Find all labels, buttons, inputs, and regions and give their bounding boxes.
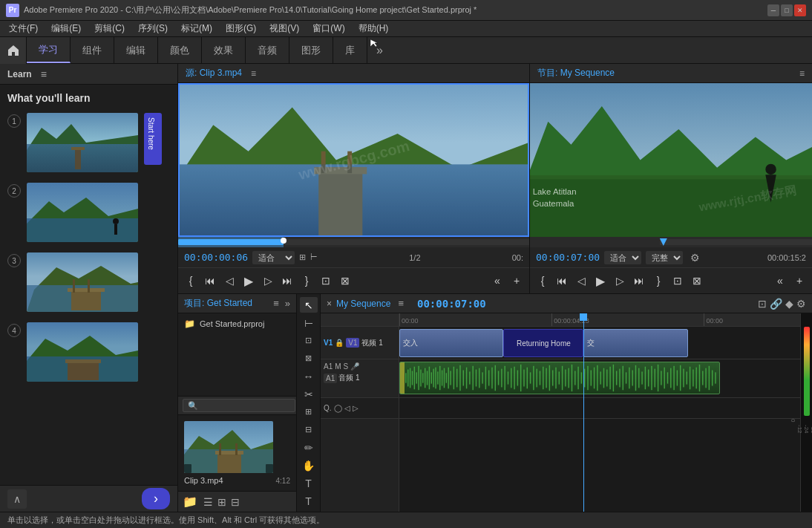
source-fit-icon[interactable]: ⊞: [299, 252, 306, 262]
program-full-select[interactable]: 完整: [646, 251, 683, 264]
pen-tool[interactable]: ✏: [300, 440, 318, 455]
timeline-timecode[interactable]: 00:00:07:00: [417, 298, 486, 310]
menu-file[interactable]: 文件(F): [3, 21, 44, 36]
a1-mute-button[interactable]: M: [335, 362, 341, 371]
menu-clip[interactable]: 剪辑(C): [88, 21, 131, 36]
hand-tool[interactable]: ✋: [300, 457, 318, 473]
title-clip[interactable]: Returning Home: [503, 329, 583, 357]
project-expand-icon[interactable]: »: [285, 298, 290, 309]
v1-visibility-toggle[interactable]: V1: [324, 339, 333, 347]
step-forward-button[interactable]: ⏭: [279, 273, 295, 289]
program-fit-select[interactable]: 适合: [604, 251, 641, 264]
prog-extra-l[interactable]: «: [772, 273, 788, 289]
icon-view-button[interactable]: ⊞: [217, 496, 226, 508]
menu-help[interactable]: 帮助(H): [353, 21, 395, 36]
ripple-tool[interactable]: ⊡: [300, 333, 318, 348]
type-tool[interactable]: T: [300, 493, 318, 509]
prog-lift[interactable]: ⊡: [669, 273, 686, 289]
v1-target-button[interactable]: V1: [346, 338, 359, 348]
rolling-tool[interactable]: ⊠: [300, 351, 318, 366]
program-settings-icon[interactable]: ⚙: [690, 252, 700, 264]
tab-color[interactable]: 颜色: [158, 37, 202, 63]
prog-play[interactable]: ▶: [592, 273, 609, 289]
overwrite-button[interactable]: ⊠: [337, 273, 353, 289]
a1-solo-button[interactable]: S: [344, 362, 349, 371]
back-frame-button[interactable]: ◁: [221, 273, 238, 289]
list-item[interactable]: 2: [7, 183, 170, 242]
video-clip-2[interactable]: 交: [583, 329, 687, 357]
source-timecode[interactable]: 00:00:00:06: [184, 252, 248, 263]
prog-mark-out[interactable]: }: [650, 273, 667, 289]
more-workspaces-button[interactable]: »: [367, 37, 392, 63]
next-item-button[interactable]: ›: [142, 488, 170, 509]
menu-edit[interactable]: 编辑(E): [45, 21, 87, 36]
tab-graphics[interactable]: 图形: [289, 37, 333, 63]
mark-in-button[interactable]: {: [183, 273, 199, 289]
prog-extra-r[interactable]: +: [791, 273, 808, 289]
freeform-button[interactable]: ⊟: [231, 496, 240, 508]
project-file-item[interactable]: 📁 Get Started.prproj: [181, 316, 293, 331]
source-extra-left[interactable]: «: [489, 273, 505, 289]
list-view-button[interactable]: ☰: [203, 496, 213, 508]
list-item[interactable]: 1: [7, 113, 170, 172]
add-marker-icon[interactable]: ◆: [785, 298, 793, 310]
program-monitor-menu[interactable]: ≡: [799, 68, 805, 79]
start-here-button[interactable]: Start here: [144, 113, 162, 165]
slip-tool[interactable]: ⊞: [300, 404, 318, 420]
a1-visibility-toggle[interactable]: A1: [324, 362, 333, 371]
source-fit-select[interactable]: 适合 25% 50% 100%: [252, 251, 295, 264]
linked-selection-icon[interactable]: 🔗: [770, 298, 782, 310]
play-button[interactable]: ▶: [240, 273, 257, 289]
menu-marker[interactable]: 标记(M): [175, 21, 218, 36]
timeline-settings-icon[interactable]: ⚙: [796, 298, 806, 310]
v1-lock-toggle[interactable]: 🔒: [335, 339, 344, 347]
project-panel-menu[interactable]: ≡: [273, 298, 279, 309]
volume-next-btn[interactable]: ▷: [353, 404, 358, 412]
forward-frame-button[interactable]: ▷: [260, 273, 276, 289]
new-bin-button[interactable]: 📁: [183, 495, 197, 509]
menu-window[interactable]: 窗口(W): [307, 21, 350, 36]
project-clip-thumbnail[interactable]: [184, 421, 273, 473]
track-select-tool[interactable]: ⊢: [300, 315, 318, 330]
list-item[interactable]: 3: [7, 252, 170, 312]
tab-audio[interactable]: 音频: [246, 37, 289, 63]
prog-step-back[interactable]: ⏮: [554, 273, 570, 289]
source-nav-icon[interactable]: ⊢: [310, 252, 318, 262]
maximize-button[interactable]: □: [781, 4, 793, 16]
a1-mic-icon[interactable]: 🎤: [350, 362, 359, 371]
volume-keyframe-btn[interactable]: ◯: [334, 404, 342, 412]
home-button[interactable]: [0, 37, 27, 64]
rate-stretch-tool[interactable]: ↔: [300, 368, 318, 384]
selection-tool[interactable]: ↖: [300, 297, 318, 313]
menu-view[interactable]: 视图(V): [263, 21, 305, 36]
prog-forward-frame[interactable]: ▷: [612, 273, 628, 289]
step-back-button[interactable]: ⏮: [202, 273, 218, 289]
source-extra-right[interactable]: +: [508, 273, 525, 289]
prog-mark-in[interactable]: {: [534, 273, 551, 289]
insert-button[interactable]: ⊡: [318, 273, 334, 289]
tab-learn[interactable]: 学习: [27, 37, 71, 63]
timeline-menu[interactable]: ≡: [398, 298, 404, 309]
tab-effects[interactable]: 效果: [202, 37, 246, 63]
prev-item-button[interactable]: ∧: [7, 489, 27, 509]
tab-edit[interactable]: 编辑: [114, 37, 158, 63]
source-scrub-bar[interactable]: [178, 237, 529, 247]
prog-step-forward[interactable]: ⏭: [631, 273, 647, 289]
learn-panel-menu-icon[interactable]: ≡: [41, 68, 47, 80]
program-scrub-bar[interactable]: [530, 237, 812, 247]
prog-extract[interactable]: ⊠: [689, 273, 705, 289]
mark-out-button[interactable]: }: [298, 273, 315, 289]
snap-icon[interactable]: ⊡: [758, 298, 767, 310]
prog-back-frame[interactable]: ◁: [573, 273, 589, 289]
close-sequence-button[interactable]: ×: [327, 299, 332, 309]
menu-sequence[interactable]: 序列(S): [132, 21, 174, 36]
source-monitor-menu[interactable]: ≡: [251, 68, 256, 79]
a1-target-button[interactable]: A1: [324, 374, 337, 383]
minimize-button[interactable]: ─: [767, 4, 779, 16]
razor-tool[interactable]: ✂: [300, 386, 318, 402]
list-item[interactable]: 4: [7, 322, 170, 382]
slide-tool[interactable]: ⊟: [300, 422, 318, 437]
close-button[interactable]: ✕: [794, 4, 806, 16]
volume-prev-btn[interactable]: ◁: [344, 404, 350, 412]
tab-assembly[interactable]: 组件: [71, 37, 114, 63]
